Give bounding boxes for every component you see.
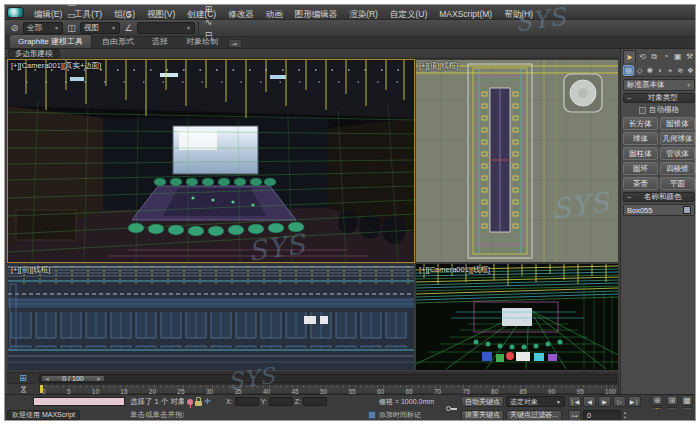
curve-editor-icon[interactable]: ∿ <box>202 15 215 28</box>
viewport-label[interactable]: [+][Camera001][真实+边面] <box>11 61 101 71</box>
viewport-label[interactable]: [+][Camera001][线框] <box>419 265 490 275</box>
utilities-tab-icon[interactable]: ⚒ <box>684 50 695 63</box>
time-slider-track[interactable]: ◄ 0 / 100 ► <box>39 374 617 383</box>
track-bar-ruler[interactable]: 0510152025303540455055606570758085909510… <box>39 384 619 394</box>
ribbon-tab[interactable]: 对象绘制 <box>178 35 226 48</box>
helpers-category-icon[interactable]: ⌖ <box>666 65 675 76</box>
autogrid-checkbox[interactable] <box>639 107 646 114</box>
coord-y-field[interactable] <box>269 397 293 406</box>
frame-spinner[interactable]: ▲▼ <box>623 411 627 420</box>
modify-tab-icon[interactable]: ⟲ <box>637 50 648 63</box>
ribbon-tab[interactable]: Graphite 建模工具 <box>9 34 92 48</box>
display-tab-icon[interactable]: ▣ <box>672 50 683 63</box>
shapes-category-icon[interactable]: ◇ <box>635 65 644 76</box>
viewport-label[interactable]: [+][前][线框] <box>11 265 50 275</box>
selection-lock-icon[interactable] <box>195 401 202 406</box>
auto-key-button[interactable]: 自动关键点 <box>461 396 504 407</box>
key-mode-toggle-icon[interactable]: ⊶ <box>568 410 581 421</box>
add-time-tag-label[interactable]: 添加时间标记 <box>379 410 421 420</box>
window-crossing-icon[interactable]: ◫ <box>65 22 78 35</box>
coord-x-field[interactable] <box>235 397 259 406</box>
motion-tab-icon[interactable]: ◔ <box>660 50 671 63</box>
geometry-category-icon[interactable]: ◎ <box>623 65 634 76</box>
previous-frame-arrow-icon[interactable]: ◄ <box>44 376 50 383</box>
current-frame-field[interactable]: 0 <box>583 410 621 421</box>
viewport-camera-shaded[interactable]: [+][Camera001][真实+边面] <box>8 60 414 262</box>
go-to-end-icon[interactable]: ▶❘ <box>628 396 641 407</box>
ribbon-tab[interactable]: 自由形式 <box>94 35 142 48</box>
coord-z-field[interactable] <box>303 397 327 406</box>
graphite-ribbon-toggle-icon[interactable]: ⊞ <box>202 4 215 15</box>
pan-view-icon[interactable]: ✋ <box>651 407 663 409</box>
menu-item[interactable]: 渲染(R) <box>343 9 384 19</box>
reference-coordinate-system-dropdown[interactable]: 视图▼ <box>80 22 120 34</box>
name-color-rollout-header[interactable]: − 名称和颜色 <box>623 192 695 202</box>
set-key-button[interactable]: 设置关键点 <box>461 410 504 421</box>
primitive-button[interactable]: 平面 <box>660 177 695 190</box>
space-warps-category-icon[interactable]: ≋ <box>676 65 685 76</box>
time-slider-handle[interactable]: ◄ 0 / 100 ► <box>41 375 105 382</box>
primitive-button[interactable]: 圆柱体 <box>623 147 658 160</box>
select-by-name-icon[interactable]: ▤ <box>65 4 78 9</box>
orbit-icon[interactable]: ↻ <box>666 407 678 409</box>
menu-item[interactable]: MAXScript(M) <box>433 9 498 19</box>
ribbon-minimize-icon[interactable]: ▪▾ <box>228 39 242 48</box>
object-color-swatch[interactable] <box>683 206 691 214</box>
zoom-icon[interactable]: ⊕ <box>651 395 663 406</box>
angle-snap-toggle-icon[interactable]: ∠ <box>122 22 135 35</box>
named-selection-sets-dropdown[interactable]: ▼ <box>137 22 195 34</box>
primitive-button[interactable]: 长方体 <box>623 117 658 130</box>
selection-filter-dropdown[interactable]: 全部▼ <box>23 22 63 34</box>
isolate-selection-pin-icon[interactable] <box>187 399 193 405</box>
primitive-button[interactable]: 茶壶 <box>623 177 658 190</box>
create-tab-icon[interactable]: ➤ <box>623 50 636 63</box>
menu-item[interactable]: 修改器 <box>222 9 260 19</box>
primitive-button[interactable]: 球体 <box>623 132 658 145</box>
zoom-extents-icon[interactable]: ▦ <box>681 395 693 406</box>
geometry-subcategory-dropdown[interactable]: 标准基本体▼ <box>623 79 695 91</box>
time-tag-icon[interactable] <box>368 411 376 419</box>
select-and-manipulate-icon[interactable]: ✜ <box>122 4 135 9</box>
play-animation-icon[interactable]: ▶ <box>598 396 611 407</box>
maxscript-mini-listener[interactable] <box>33 397 125 406</box>
key-filters-button[interactable]: 关键点过滤器... <box>506 410 562 421</box>
menu-item[interactable]: 编辑(E) <box>28 9 68 19</box>
menu-item[interactable]: 动画 <box>260 9 289 19</box>
mini-curve-editor-button[interactable]: ⊞ <box>7 373 39 383</box>
primitive-button[interactable]: 四棱锥 <box>660 162 695 175</box>
absolute-relative-coords-icon[interactable]: ✛ <box>204 397 211 406</box>
lights-category-icon[interactable]: ✺ <box>645 65 654 76</box>
ribbon-tab[interactable]: 选择 <box>144 35 176 48</box>
rectangular-selection-region-icon[interactable]: ▭ <box>65 9 78 22</box>
viewport-label[interactable]: [+][顶][线框] <box>419 61 458 71</box>
primitive-button[interactable]: 几何球体 <box>660 132 695 145</box>
primitive-button[interactable]: 圆锥体 <box>660 117 695 130</box>
previous-frame-icon[interactable]: ◀ <box>583 396 596 407</box>
next-frame-icon[interactable]: ▷ <box>613 396 626 407</box>
next-frame-arrow-icon[interactable]: ► <box>96 376 102 383</box>
cameras-category-icon[interactable]: ◗ <box>655 65 664 76</box>
object-type-rollout-header[interactable]: − 对象类型 <box>623 93 695 103</box>
menu-item[interactable]: 帮助(H) <box>498 9 539 19</box>
viewport-top-wireframe[interactable]: [+][顶][线框] <box>416 60 618 262</box>
current-frame-marker[interactable] <box>40 385 43 393</box>
systems-category-icon[interactable]: ❖ <box>686 65 695 76</box>
menu-item[interactable]: 视图(V) <box>141 9 181 19</box>
snaps-toggle-icon[interactable]: 3 <box>122 9 135 22</box>
viewport-camera-wireframe[interactable]: [+][Camera001][线框] <box>416 264 618 370</box>
primitive-button[interactable]: 管状体 <box>660 147 695 160</box>
menu-item[interactable]: 自定义(U) <box>384 9 433 19</box>
hierarchy-tab-icon[interactable]: ⧉ <box>649 50 660 63</box>
zoom-all-icon[interactable]: ⊞ <box>666 395 678 406</box>
select-and-link-icon[interactable]: ∞ <box>8 9 21 22</box>
unlink-selection-icon[interactable]: ⊘ <box>8 22 21 35</box>
polygon-modeling-panel-label[interactable]: 多边形建模 <box>8 49 60 58</box>
key-filter-scope-dropdown[interactable]: 选定对象▼ <box>506 396 565 407</box>
object-name-field[interactable]: Box055 <box>623 204 695 216</box>
go-to-start-icon[interactable]: ❘◀ <box>568 396 581 407</box>
menu-item[interactable]: 图形编辑器 <box>289 9 344 19</box>
maximize-viewport-toggle-icon[interactable]: ⊡ <box>681 407 693 409</box>
time-configuration-button[interactable]: ⋈ <box>7 384 39 394</box>
primitive-button[interactable]: 圆环 <box>623 162 658 175</box>
viewport-front-wireframe[interactable]: [+][前][线框] <box>8 264 414 370</box>
